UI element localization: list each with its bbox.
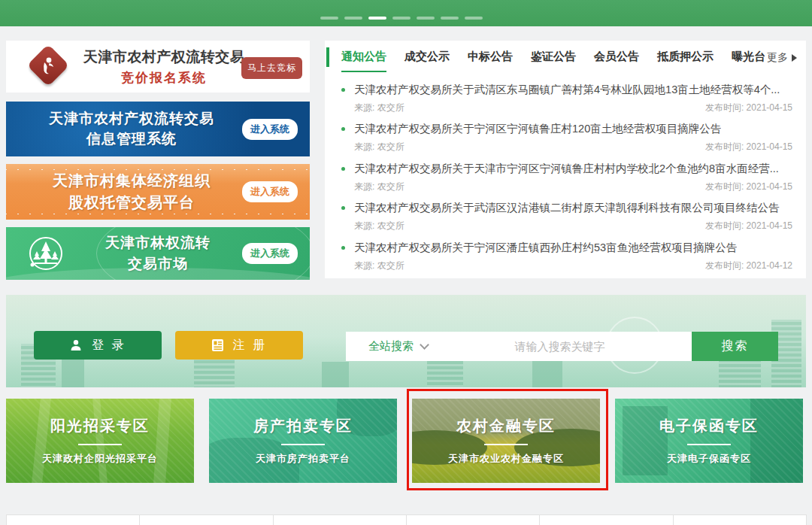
zone-card-content: 阳光招采专区 天津政村企阳光招采平台 <box>6 399 194 483</box>
register-button[interactable]: 注 册 <box>175 331 303 360</box>
carousel-dot[interactable] <box>392 17 411 20</box>
info-management-banner-text: 天津市农村产权流转交易 信息管理系统 <box>6 108 257 150</box>
zone-subtitle: 天津市农业农村金融专区 <box>448 452 564 466</box>
notice-link[interactable]: 天津农村产权交易所关于武清区汉沽港镇二街村原天津凯得利科技有限公司项目终结公告 <box>341 199 794 218</box>
bottom-card-strip <box>6 514 806 525</box>
tab-accent-bar <box>326 47 329 67</box>
carousel-dot[interactable] <box>465 17 483 20</box>
zone-card-content: 电子保函专区 天津电子保函专区 <box>615 399 803 483</box>
building-silhouette <box>322 362 349 387</box>
zone-card-rural-finance[interactable]: 农村金融专区 天津市农业农村金融专区 <box>412 399 600 483</box>
notice-meta: 来源: 农交所 发布时间: 2021-04-15 <box>341 218 794 235</box>
login-button[interactable]: 登 录 <box>34 331 162 360</box>
publish-time: 发布时间: 2021-04-15 <box>705 220 792 232</box>
tab-attestation[interactable]: 鉴证公告 <box>531 50 576 72</box>
go-bid-button[interactable]: 马上去竞标 <box>241 57 302 79</box>
notice-panel: 通知公告 成交公示 中标公告 鉴证公告 会员公告 抵质押公示 曝光台 更多 天津… <box>325 41 806 278</box>
search-bar: 全站搜索 搜索 <box>346 332 778 361</box>
equity-trusteeship-banner-text: 天津市村集体经济组织 股权托管交易平台 <box>6 170 257 214</box>
login-label: 登 录 <box>92 338 126 354</box>
tab-deal-publicity[interactable]: 成交公示 <box>404 50 450 72</box>
user-icon <box>69 338 83 352</box>
brand-diamond-logo-icon <box>27 44 70 87</box>
list-item: 天津农村产权交易所关于武清区汉沽港镇二街村原天津凯得利科技有限公司项目终结公告 … <box>341 199 794 238</box>
bottom-card[interactable] <box>6 514 140 525</box>
search-scope-select[interactable]: 全站搜索 <box>346 339 428 354</box>
brand-subtitle: 竞价报名系统 <box>81 69 247 86</box>
brand-text: 天津市农村产权流转交易 竞价报名系统 <box>81 47 247 86</box>
id-card-icon <box>211 338 224 352</box>
zone-card-electronic-guarantee[interactable]: 电子保函专区 天津电子保函专区 <box>615 399 803 483</box>
brand-title: 天津市农村产权流转交易 <box>81 47 247 67</box>
notice-link[interactable]: 天津农村产权交易所关于宁河区宁河镇鲁庄村120亩土地经营权项目摘牌公告 <box>341 120 794 139</box>
notice-link[interactable]: 天津农村产权交易所关于天津市宁河区宁河镇鲁庄村村内学校北2个鱼池约8亩水面经营.… <box>341 159 794 178</box>
list-item: 天津农村产权交易所关于武清区东马圈镇广善村第4号林业队园地13亩土地经营权等4个… <box>341 80 794 120</box>
zone-title: 农村金融专区 <box>456 416 556 436</box>
zone-card-content: 房产拍卖专区 天津市房产拍卖平台 <box>209 399 397 483</box>
enter-info-system-button[interactable]: 进入系统 <box>242 119 298 140</box>
search-scope-label: 全站搜索 <box>368 339 414 354</box>
zone-title: 电子保函专区 <box>659 416 759 436</box>
building-silhouette <box>62 357 84 387</box>
notice-meta: 来源: 农交所 发布时间: 2021-04-15 <box>341 99 794 116</box>
enter-forest-market-button[interactable]: 进入系统 <box>242 243 298 264</box>
forest-rights-banner[interactable]: 天津市林权流转 交易市场 进入系统 <box>6 227 310 280</box>
publish-time: 发布时间: 2021-04-15 <box>705 141 792 153</box>
zone-card-sunshine-procurement[interactable]: 阳光招采专区 天津政村企阳光招采平台 <box>6 399 194 483</box>
carousel-dot[interactable] <box>417 17 435 20</box>
list-item: 天津农村产权交易所关于宁河区潘庄镇西孙庄村约53亩鱼池经营权项目摘牌公告 来源:… <box>341 238 794 278</box>
search-input[interactable] <box>428 340 692 353</box>
top-carousel-bar <box>0 0 812 26</box>
bullet-icon <box>341 206 345 210</box>
notice-meta: 来源: 农交所 发布时间: 2021-04-15 <box>341 178 794 195</box>
search-box: 全站搜索 <box>346 332 692 361</box>
more-label: 更多 <box>767 51 788 65</box>
tab-winning-bid[interactable]: 中标公告 <box>468 50 513 72</box>
notice-meta: 来源: 农交所 发布时间: 2021-04-12 <box>341 257 794 274</box>
equity-trusteeship-banner[interactable]: 天津市村集体经济组织 股权托管交易平台 进入系统 <box>6 164 310 220</box>
bottom-card[interactable] <box>539 514 673 525</box>
carousel-dot[interactable] <box>344 17 362 20</box>
register-label: 注 册 <box>233 338 267 354</box>
tab-member[interactable]: 会员公告 <box>594 50 639 72</box>
bullet-icon <box>341 88 345 92</box>
notice-tabs: 通知公告 成交公示 中标公告 鉴证公告 会员公告 抵质押公示 曝光台 <box>341 50 765 72</box>
zone-card-content: 农村金融专区 天津市农业农村金融专区 <box>412 399 600 483</box>
zone-divider <box>687 444 731 445</box>
zone-subtitle: 天津市房产拍卖平台 <box>256 452 350 466</box>
bottom-card[interactable] <box>406 514 540 525</box>
zone-subtitle: 天津政村企阳光招采平台 <box>42 452 158 466</box>
bottom-card[interactable] <box>673 514 807 525</box>
zone-divider <box>484 444 528 445</box>
bottom-card[interactable] <box>139 514 273 525</box>
enter-equity-system-button[interactable]: 进入系统 <box>242 181 298 202</box>
list-item: 天津农村产权交易所关于天津市宁河区宁河镇鲁庄村村内学校北2个鱼池约8亩水面经营.… <box>341 159 794 199</box>
carousel-indicators <box>320 17 483 20</box>
notice-link[interactable]: 天津农村产权交易所关于武清区东马圈镇广善村第4号林业队园地13亩土地经营权等4个… <box>341 80 794 99</box>
carousel-dot-active[interactable] <box>368 17 386 20</box>
publish-time: 发布时间: 2021-04-15 <box>705 181 792 193</box>
more-arrow-icon <box>792 54 797 62</box>
page-root: 天津市农村产权流转交易 竞价报名系统 马上去竞标 天津市农村产权流转交易 信息管… <box>0 0 812 525</box>
more-link[interactable]: 更多 <box>767 51 797 65</box>
tab-notice-announcements[interactable]: 通知公告 <box>341 50 386 72</box>
tab-pledge[interactable]: 抵质押公示 <box>657 50 714 72</box>
zone-title: 房产拍卖专区 <box>253 416 353 436</box>
building-silhouette <box>532 359 562 387</box>
bidding-system-card: 天津市农村产权流转交易 竞价报名系统 马上去竞标 <box>6 41 310 93</box>
bullet-icon <box>341 167 345 171</box>
bottom-card[interactable] <box>273 514 407 525</box>
carousel-dot[interactable] <box>320 17 338 20</box>
tab-exposure[interactable]: 曝光台 <box>732 50 765 72</box>
publish-time: 发布时间: 2021-04-12 <box>705 259 792 272</box>
zone-title: 阳光招采专区 <box>50 416 150 436</box>
notice-list: 天津农村产权交易所关于武清区东马圈镇广善村第4号林业队园地13亩土地经营权等4个… <box>341 80 794 278</box>
forest-rights-banner-text: 天津市林权流转 交易市场 <box>59 232 257 274</box>
carousel-dot[interactable] <box>441 17 459 20</box>
zone-card-property-auction[interactable]: 房产拍卖专区 天津市房产拍卖平台 <box>209 399 397 483</box>
search-button[interactable]: 搜索 <box>692 332 778 361</box>
notice-link[interactable]: 天津农村产权交易所关于宁河区潘庄镇西孙庄村约53亩鱼池经营权项目摘牌公告 <box>341 238 794 257</box>
bullet-icon <box>341 127 345 131</box>
notice-meta: 来源: 农交所 发布时间: 2021-04-15 <box>341 139 794 156</box>
info-management-banner[interactable]: 天津市农村产权流转交易 信息管理系统 进入系统 <box>6 102 310 156</box>
